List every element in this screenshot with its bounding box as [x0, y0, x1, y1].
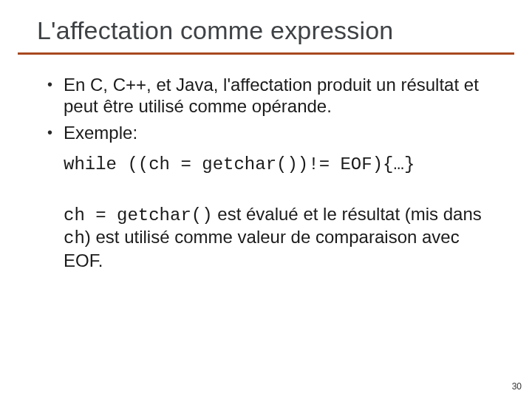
page-number: 30 [512, 381, 522, 392]
slide-title: L'affectation comme expression [0, 0, 532, 45]
explanation-text: ) est utilisé comme valeur de comparaiso… [64, 227, 460, 270]
slide: L'affectation comme expression En C, C++… [0, 0, 532, 399]
inline-code: ch [64, 228, 85, 248]
slide-body: En C, C++, et Java, l'affectation produi… [0, 55, 532, 271]
bullet-text: En C, C++, et Java, l'affectation produi… [64, 75, 479, 116]
explanation-paragraph: ch = getchar() est évalué et le résultat… [47, 203, 499, 271]
explanation-text: est évalué et le résultat (mis dans [213, 204, 482, 224]
inline-code: ch = getchar() [64, 205, 213, 225]
bullet-item: Exemple: [47, 122, 499, 148]
bullet-text: Exemple: [64, 123, 137, 143]
code-example: while ((ch = getchar())!= EOF){…} [47, 154, 499, 175]
bullet-item: En C, C++, et Java, l'affectation produi… [47, 74, 499, 122]
bullet-list: En C, C++, et Java, l'affectation produi… [47, 74, 499, 148]
